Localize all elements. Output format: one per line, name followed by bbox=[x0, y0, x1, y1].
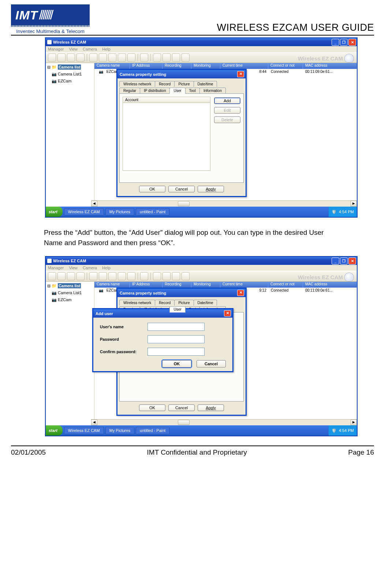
tab-ip-distribution[interactable]: IP distribution bbox=[140, 88, 170, 93]
toolbar-icon[interactable] bbox=[99, 53, 107, 62]
tree-item[interactable]: 📷 Camera List1 bbox=[52, 72, 93, 77]
dialog-title: Camera property setting bbox=[120, 291, 166, 295]
tray-icon[interactable]: 🛡️ bbox=[332, 428, 337, 433]
ok-button[interactable]: OK bbox=[162, 360, 191, 367]
toolbar-icon[interactable] bbox=[99, 272, 107, 280]
confirm-password-input[interactable] bbox=[147, 348, 205, 356]
toolbar-icon[interactable] bbox=[162, 272, 171, 280]
minimize-button[interactable]: _ bbox=[332, 258, 339, 265]
toolbar-icon[interactable] bbox=[140, 272, 148, 280]
start-button[interactable]: start bbox=[46, 207, 63, 217]
system-tray[interactable]: 🛡️ 4:54 PM bbox=[329, 425, 357, 436]
tab-wireless-network[interactable]: Wireless network bbox=[119, 81, 155, 87]
menu-manager[interactable]: Manager bbox=[48, 47, 64, 51]
maximize-button[interactable]: ❐ bbox=[340, 258, 348, 265]
add-button[interactable]: Add bbox=[214, 97, 240, 104]
menu-manager[interactable]: Manager bbox=[48, 266, 64, 270]
brand-watermark: Wireless EZ CAM bbox=[298, 54, 354, 63]
toolbar-icon[interactable] bbox=[48, 272, 56, 280]
toolbar-icon[interactable] bbox=[89, 272, 97, 280]
toolbar-icon[interactable] bbox=[108, 272, 116, 280]
tab-picture[interactable]: Picture bbox=[174, 81, 194, 87]
cancel-button[interactable]: Cancel bbox=[197, 360, 226, 367]
tab-date-time[interactable]: Date/time bbox=[194, 81, 217, 87]
tab-information[interactable]: Information bbox=[199, 88, 226, 93]
system-tray[interactable]: 🛡️ 4:54 PM bbox=[329, 207, 357, 217]
dialog-close-button[interactable]: ✕ bbox=[237, 290, 244, 296]
tab-record[interactable]: Record bbox=[155, 81, 175, 87]
ok-button[interactable]: OK bbox=[139, 404, 165, 411]
apply-button[interactable]: Apply bbox=[198, 404, 224, 411]
dialog-close-button[interactable]: ✕ bbox=[237, 71, 244, 77]
toolbar-icon[interactable] bbox=[153, 53, 161, 62]
toolbar-icon[interactable] bbox=[108, 53, 116, 62]
toolbar-icon[interactable] bbox=[172, 53, 180, 62]
toolbar-icon[interactable] bbox=[76, 53, 85, 62]
body-paragraph: Press the “Add” button, the “Add User” d… bbox=[44, 228, 341, 248]
tree-item[interactable]: 📷 EZCam bbox=[52, 79, 93, 84]
taskbar-item[interactable]: Wireless EZ CAM bbox=[64, 208, 104, 215]
tab-wireless-network[interactable]: Wireless network bbox=[119, 300, 155, 306]
page-header: IMT Inventec Multimedia & Telecom WIRELE… bbox=[11, 4, 374, 36]
toolbar-icon[interactable] bbox=[127, 272, 135, 280]
tab-picture[interactable]: Picture bbox=[174, 300, 194, 306]
tree-item[interactable]: 📷 EZCam bbox=[52, 297, 93, 302]
tab-record[interactable]: Record bbox=[155, 300, 175, 306]
menu-camera[interactable]: Camera bbox=[83, 47, 97, 51]
toolbar-icon[interactable] bbox=[182, 53, 190, 62]
cancel-button[interactable]: Cancel bbox=[168, 186, 195, 192]
cancel-button[interactable]: Cancel bbox=[168, 404, 195, 411]
toolbar-icon[interactable] bbox=[118, 53, 126, 62]
password-input[interactable] bbox=[147, 335, 205, 343]
toolbar-icon[interactable] bbox=[57, 53, 66, 62]
tab-regular[interactable]: Regular bbox=[119, 88, 140, 93]
toolbar-icon[interactable] bbox=[127, 53, 135, 62]
logo-caption: Inventec Multimedia & Telecom bbox=[11, 27, 90, 35]
tree-root[interactable]: Camera list bbox=[58, 64, 81, 70]
tab-user[interactable]: User bbox=[169, 88, 185, 94]
edit-button[interactable]: Edit bbox=[214, 107, 240, 114]
toolbar-icon[interactable] bbox=[153, 272, 161, 280]
taskbar-item[interactable]: untitled - Paint bbox=[136, 427, 169, 434]
tray-icon[interactable]: 🛡️ bbox=[332, 210, 337, 214]
toolbar-icon[interactable] bbox=[89, 53, 97, 62]
tree-item[interactable]: 📷 Camera List1 bbox=[52, 291, 93, 295]
toolbar-icon[interactable] bbox=[172, 272, 180, 280]
toolbar-icon[interactable] bbox=[118, 272, 126, 280]
taskbar-item[interactable]: untitled - Paint bbox=[136, 208, 169, 215]
maximize-button[interactable]: ❐ bbox=[340, 39, 348, 46]
toolbar-icon[interactable] bbox=[140, 53, 148, 62]
close-button[interactable]: ✕ bbox=[348, 258, 356, 265]
username-input[interactable] bbox=[147, 323, 205, 331]
toolbar: Wireless EZ CAM bbox=[46, 52, 357, 63]
menu-view[interactable]: View bbox=[69, 266, 78, 270]
menu-help[interactable]: Help bbox=[102, 47, 111, 51]
close-button[interactable]: ✕ bbox=[348, 39, 356, 46]
menu-help[interactable]: Help bbox=[102, 266, 111, 270]
toolbar-icon[interactable] bbox=[57, 272, 66, 280]
toolbar-icon[interactable] bbox=[67, 272, 75, 280]
toolbar-icon[interactable] bbox=[162, 53, 171, 62]
toolbar-icon[interactable] bbox=[67, 53, 75, 62]
start-button[interactable]: start bbox=[46, 425, 63, 436]
taskbar-item[interactable]: My Pictures bbox=[105, 208, 134, 215]
taskbar-item[interactable]: My Pictures bbox=[105, 427, 134, 434]
toolbar-icon[interactable] bbox=[76, 272, 85, 280]
tree-root[interactable]: Camera list bbox=[58, 283, 81, 288]
toolbar-icon[interactable] bbox=[182, 272, 190, 280]
taskbar-item[interactable]: Wireless EZ CAM bbox=[64, 427, 104, 434]
delete-button[interactable]: Delete bbox=[214, 117, 240, 123]
menu-view[interactable]: View bbox=[69, 47, 78, 51]
horizontal-scrollbar[interactable]: ◀▶ bbox=[91, 200, 357, 207]
horizontal-scrollbar[interactable]: ◀▶ bbox=[91, 419, 357, 425]
dialog-close-button[interactable]: ✕ bbox=[224, 310, 231, 317]
toolbar-icon[interactable] bbox=[48, 53, 56, 62]
apply-button[interactable]: Apply bbox=[198, 186, 224, 192]
tab-user[interactable]: User bbox=[169, 306, 185, 313]
tab-date-time[interactable]: Date/time bbox=[194, 300, 217, 306]
tab-tool[interactable]: Tool bbox=[185, 88, 200, 93]
footer-date: 02/01/2005 bbox=[11, 448, 46, 456]
menu-camera[interactable]: Camera bbox=[83, 266, 97, 270]
ok-button[interactable]: OK bbox=[139, 186, 165, 192]
minimize-button[interactable]: _ bbox=[332, 39, 339, 46]
